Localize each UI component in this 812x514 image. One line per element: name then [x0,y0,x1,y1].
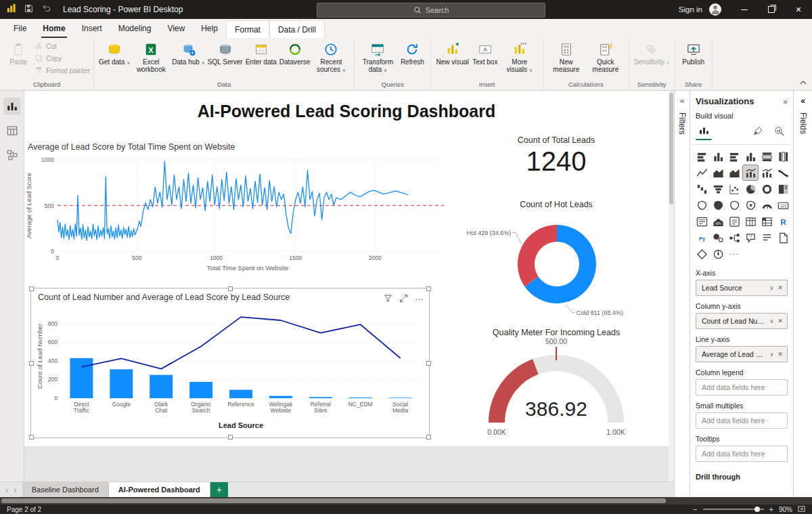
visual-type-power-apps[interactable] [694,247,709,261]
visual-type-ribbon-chart[interactable] [775,165,790,180]
minimize-button[interactable] [731,0,758,19]
visual-type-stacked-bar-chart[interactable] [694,149,709,164]
chevron-down-icon[interactable]: ∨ [767,351,777,358]
combo-chart-visual[interactable]: Count of Lead Number and Average of Lead… [30,288,430,438]
report-view-button[interactable] [3,98,21,115]
excel-workbook-button[interactable]: XExcel workbook [131,39,171,74]
recent-sources-button[interactable]: Recent sources ∨ [311,39,351,74]
remove-field-icon[interactable]: ✕ [776,351,784,358]
model-view-button[interactable] [3,146,21,164]
gauge-visual[interactable]: 500.00386.920.00K1.00K [466,336,647,442]
well-empty-tooltips[interactable]: Add data fields here [696,446,788,462]
horizontal-scrollbar[interactable] [0,497,812,505]
visual-type-table[interactable] [743,214,758,229]
remove-field-icon[interactable]: ✕ [776,318,784,324]
donut-chart-visual[interactable]: Hot 429 (34.6%)Cold 811 (65.4%) [463,210,647,321]
menu-tab-view[interactable]: View [159,19,193,38]
analytics-tab[interactable] [771,123,788,140]
restore-button[interactable] [758,0,785,19]
data-hub-button[interactable]: Data hub ∨ [171,39,206,67]
visual-type-funnel-chart[interactable] [710,181,725,196]
resize-handle[interactable] [228,286,233,291]
visual-type-slicer[interactable] [727,214,742,229]
visual-type-line-and-clustered-column-chart[interactable] [759,165,774,180]
get-data-button[interactable]: Get data ∨ [97,39,131,67]
visual-type-paginated-report[interactable] [775,230,790,245]
visual-type-line-chart[interactable] [694,165,709,180]
menu-tab-home[interactable]: Home [35,19,73,38]
visual-type-qna-visual[interactable]: ? [743,230,758,245]
save-icon[interactable] [24,3,33,16]
page-tab-ai-powered-dashboard[interactable]: AI-Powered Dashboard [109,482,210,497]
visual-type-multi-row-card[interactable] [694,214,709,229]
close-button[interactable]: ✕ [785,0,812,19]
menu-tab-modeling[interactable]: Modeling [110,19,160,38]
expand-filters-icon[interactable]: « [680,96,685,106]
resize-handle[interactable] [228,435,233,440]
sign-in-button[interactable]: Sign in [679,5,702,14]
visual-type-shape-map[interactable] [727,198,742,213]
resize-handle[interactable] [29,286,34,291]
visual-type-waterfall-chart[interactable] [694,181,709,196]
vertical-scrollbar-thumb[interactable] [669,93,673,205]
visual-type-decomposition-tree[interactable] [727,230,742,245]
page-tab-baseline-dashboard[interactable]: Baseline Dashboard [22,482,109,497]
visual-type-pie-chart[interactable] [743,181,758,196]
collapse-ribbon-icon[interactable] [800,75,807,87]
field-chip-count-of-lead-number[interactable]: Count of Lead Number∨✕ [696,313,788,329]
visual-type-treemap[interactable] [775,181,790,196]
text-box-button[interactable]: AText box [470,39,500,67]
visual-type-clustered-bar-chart[interactable] [727,149,742,164]
undo-icon[interactable] [41,3,51,16]
visual-type-stacked-column-chart[interactable] [710,149,725,164]
cut-button[interactable]: Cut [35,41,90,51]
publish-button[interactable]: Publish [679,39,708,67]
enter-data-button[interactable]: Enter data [244,39,278,67]
card-value[interactable]: 1240 [455,146,658,177]
next-page-arrow[interactable]: › [14,485,16,495]
fit-to-page-icon[interactable] [798,505,805,514]
filter-icon[interactable] [384,293,392,305]
field-chip-lead-source[interactable]: Lead Source∨✕ [696,280,788,296]
expand-fields-icon[interactable]: « [800,96,805,106]
refresh-button[interactable]: Refresh [397,39,427,67]
filters-pane-collapsed[interactable]: « Filters [674,91,690,505]
visual-type-r-script-visual[interactable]: R [775,214,790,229]
menu-tab-data-drill[interactable]: Data / Drill [269,20,325,38]
new-visual-button[interactable]: New visual [434,39,470,67]
data-view-button[interactable] [3,122,21,140]
chevron-down-icon[interactable]: ∨ [767,285,777,291]
visual-type-smart-narrative[interactable] [759,230,774,245]
visual-type-line-and-stacked-column-chart[interactable] [743,165,758,180]
menu-tab-format[interactable]: Format [226,20,269,38]
sensitivity-button[interactable]: Sensitivity ∨ [633,39,671,67]
visual-type-gauge[interactable] [759,198,774,213]
resize-handle[interactable] [29,435,34,440]
search-input[interactable]: Search [317,3,545,18]
new-measure-button[interactable]: New measure [547,39,586,74]
visual-type-map[interactable] [694,198,709,213]
zoom-slider-knob[interactable] [754,507,760,512]
visual-type-python-visual[interactable]: Py [694,230,709,245]
resize-handle[interactable] [426,361,431,366]
dataverse-button[interactable]: Dataverse [278,39,312,67]
zoom-out-button[interactable]: − [693,505,697,513]
remove-field-icon[interactable]: ✕ [776,284,784,291]
format-painter-button[interactable]: Format painter [35,66,90,76]
resize-handle[interactable] [426,286,431,291]
format-visual-tab[interactable] [750,123,766,140]
visual-type-area-chart[interactable] [710,165,725,180]
visual-type-clustered-column-chart[interactable] [743,149,758,164]
prev-page-arrow[interactable]: ‹ [5,485,8,495]
resize-handle[interactable] [426,435,431,440]
sql-server-button[interactable]: SQL Server [206,39,244,67]
vertical-scrollbar[interactable] [669,91,674,481]
menu-tab-insert[interactable]: Insert [74,19,110,38]
line-chart-visual[interactable]: 050010001500200005001000Total Time Spent… [24,153,449,276]
menu-tab-file[interactable]: File [5,19,35,38]
visual-type-metrics[interactable] [710,247,725,261]
chevron-down-icon[interactable]: ∨ [767,318,777,324]
quick-measure-button[interactable]: Quick measure [586,39,625,74]
zoom-in-button[interactable]: + [769,505,773,513]
visual-type-filled-map[interactable] [710,198,725,213]
